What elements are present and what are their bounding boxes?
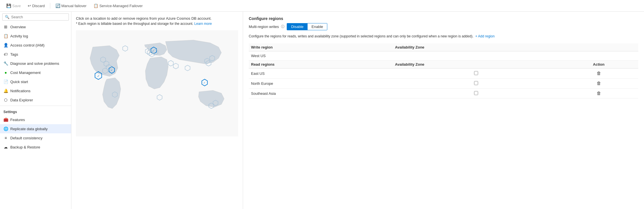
sidebar-item-default-consistency[interactable]: ≡ Default consistency xyxy=(0,133,71,142)
manual-failover-icon: 🔄 xyxy=(55,3,60,8)
southeast-asia-region: Southeast Asia xyxy=(249,89,393,99)
data-explorer-icon: ⬡ xyxy=(3,98,8,102)
configure-title: Configure regions xyxy=(249,16,638,21)
right-panel: Configure regions Multi-region writes ⓘ … xyxy=(243,12,644,209)
backup-icon: ☁ xyxy=(3,145,8,149)
map-note: * Each region is billable based on the t… xyxy=(76,22,238,26)
sidebar-item-tags[interactable]: 🏷 Tags xyxy=(0,50,71,59)
north-europe-delete[interactable]: 🗑 xyxy=(597,81,601,86)
east-us-delete[interactable]: 🗑 xyxy=(597,71,601,76)
sidebar-item-activity-log[interactable]: 📋 Activity log xyxy=(0,31,71,41)
diagnose-icon: 🔧 xyxy=(3,61,8,66)
sidebar-item-overview[interactable]: ⊞ Overview xyxy=(0,22,71,31)
east-us-az-checkbox[interactable] xyxy=(474,71,478,75)
enable-toggle[interactable]: Enable xyxy=(308,23,327,30)
overview-icon: ⊞ xyxy=(3,25,8,29)
multi-region-row: Multi-region writes ⓘ Disable Enable xyxy=(249,23,638,30)
configure-desc: Configure the regions for reads, writes … xyxy=(249,34,638,39)
multi-region-label: Multi-region writes xyxy=(249,25,279,29)
map-panel: Click on a location to add or remove reg… xyxy=(71,12,243,209)
toolbar: 💾 Save ↩ Discard 🔄 Manual failover 📋 Ser… xyxy=(0,0,644,12)
west-us-action xyxy=(559,51,638,61)
southeast-asia-delete[interactable]: 🗑 xyxy=(597,91,601,96)
discard-button[interactable]: ↩ Discard xyxy=(25,2,48,9)
add-region-link[interactable]: + Add region xyxy=(475,34,495,38)
read-action-col-header: Action xyxy=(559,61,638,69)
west-us-region: West US xyxy=(249,51,393,61)
north-europe-region: North Europe xyxy=(249,79,393,89)
settings-divider xyxy=(0,106,71,106)
sidebar-item-data-explorer[interactable]: ⬡ Data Explorer xyxy=(0,95,71,104)
southeast-asia-az-checkbox[interactable] xyxy=(474,91,478,95)
service-managed-icon: 📋 xyxy=(93,3,98,8)
svg-text:✓: ✓ xyxy=(203,81,206,84)
sidebar-item-quick-start[interactable]: 📄 Quick start xyxy=(0,77,71,86)
table-row: North Europe 🗑 xyxy=(249,79,638,89)
action-col-header-write xyxy=(559,43,638,51)
learn-more-link[interactable]: Learn more xyxy=(194,22,212,26)
search-box[interactable]: 🔍 xyxy=(2,13,69,21)
table-row: East US 🗑 xyxy=(249,69,638,79)
cost-management-icon: ● xyxy=(3,70,8,75)
sidebar-item-features[interactable]: 🧰 Features xyxy=(0,115,71,124)
read-region-col-header: Read regions xyxy=(249,61,393,69)
east-us-az[interactable] xyxy=(393,69,559,79)
replicate-icon: 🌐 xyxy=(3,126,8,131)
access-control-icon: 👤 xyxy=(3,43,8,47)
service-managed-failover-button[interactable]: 📋 Service-Managed Failover xyxy=(91,2,146,9)
north-europe-az-checkbox[interactable] xyxy=(474,81,478,85)
discard-icon: ↩ xyxy=(28,3,31,8)
toolbar-divider xyxy=(50,3,50,9)
features-icon: 🧰 xyxy=(3,117,8,122)
sidebar: 🔍 ⊞ Overview 📋 Activity log 👤 Access con… xyxy=(0,12,71,209)
info-icon[interactable]: ⓘ xyxy=(281,24,284,29)
north-europe-az[interactable] xyxy=(393,79,559,89)
write-region-col-header: Write region xyxy=(249,43,393,51)
settings-header: Settings xyxy=(0,107,71,115)
read-az-col-header: Availability Zone xyxy=(393,61,559,69)
svg-text:✓: ✓ xyxy=(111,69,113,72)
map-description: Click on a location to add or remove reg… xyxy=(76,16,238,21)
regions-table: Write region Availability Zone West US R… xyxy=(249,43,638,99)
manual-failover-button[interactable]: 🔄 Manual failover xyxy=(53,2,89,9)
search-icon: 🔍 xyxy=(5,15,9,19)
sidebar-item-access-control[interactable]: 👤 Access control (IAM) xyxy=(0,41,71,50)
svg-text:✓: ✓ xyxy=(97,74,100,78)
east-us-action: 🗑 xyxy=(559,69,638,79)
sidebar-item-backup-restore[interactable]: ☁ Backup & Restore xyxy=(0,142,71,152)
main-layout: 🔍 ⊞ Overview 📋 Activity log 👤 Access con… xyxy=(0,12,644,209)
east-us-region: East US xyxy=(249,69,393,79)
sidebar-item-replicate[interactable]: 🌐 Replicate data globally xyxy=(0,124,71,133)
table-row: Southeast Asia 🗑 xyxy=(249,89,638,99)
sidebar-item-notifications[interactable]: 🔔 Notifications xyxy=(0,86,71,95)
world-map[interactable]: ✓ ✓ ✓ ✓ xyxy=(76,30,238,137)
content: Click on a location to add or remove reg… xyxy=(71,12,644,209)
activity-log-icon: 📋 xyxy=(3,34,8,38)
disable-toggle[interactable]: Disable xyxy=(287,23,307,30)
notifications-icon: 🔔 xyxy=(3,89,8,93)
table-row: West US xyxy=(249,51,638,61)
multi-region-toggle: Disable Enable xyxy=(287,23,327,30)
save-button[interactable]: 💾 Save xyxy=(3,2,24,9)
tags-icon: 🏷 xyxy=(3,52,8,57)
southeast-asia-az[interactable] xyxy=(393,89,559,99)
west-us-az xyxy=(393,51,559,61)
quick-start-icon: 📄 xyxy=(3,79,8,84)
consistency-icon: ≡ xyxy=(3,136,8,140)
availability-zone-col-header: Availability Zone xyxy=(393,43,559,51)
sidebar-item-diagnose[interactable]: 🔧 Diagnose and solve problems xyxy=(0,59,71,68)
save-icon: 💾 xyxy=(6,3,11,8)
southeast-asia-action: 🗑 xyxy=(559,89,638,99)
sidebar-item-cost-management[interactable]: ● Cost Management xyxy=(0,68,71,77)
north-europe-action: 🗑 xyxy=(559,79,638,89)
search-input[interactable] xyxy=(11,15,66,19)
